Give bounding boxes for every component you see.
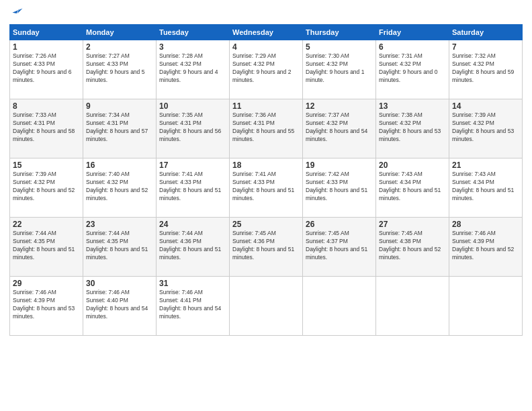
day-info: Sunrise: 7:42 AM Sunset: 4:33 PM Dayligh… xyxy=(306,171,373,203)
day-info: Sunrise: 7:44 AM Sunset: 4:36 PM Dayligh… xyxy=(159,230,226,262)
day-cell: 26 Sunrise: 7:45 AM Sunset: 4:37 PM Dayl… xyxy=(303,218,376,277)
day-number: 23 xyxy=(86,220,153,229)
header xyxy=(9,7,523,20)
day-number: 31 xyxy=(159,279,226,288)
day-number: 25 xyxy=(232,220,300,229)
day-number: 27 xyxy=(379,220,446,229)
day-info: Sunrise: 7:41 AM Sunset: 4:33 PM Dayligh… xyxy=(232,171,300,203)
day-number: 30 xyxy=(86,279,153,288)
col-header-wednesday: Wednesday xyxy=(230,25,303,40)
day-number: 18 xyxy=(232,161,300,170)
day-cell: 30 Sunrise: 7:46 AM Sunset: 4:40 PM Dayl… xyxy=(83,277,157,336)
day-cell: 4 Sunrise: 7:29 AM Sunset: 4:32 PM Dayli… xyxy=(230,40,303,99)
day-info: Sunrise: 7:37 AM Sunset: 4:32 PM Dayligh… xyxy=(306,111,373,144)
day-number: 28 xyxy=(452,220,519,229)
col-header-sunday: Sunday xyxy=(10,25,83,40)
col-header-saturday: Saturday xyxy=(449,25,523,40)
day-cell xyxy=(303,277,376,336)
day-number: 12 xyxy=(306,101,373,111)
day-number: 24 xyxy=(159,220,226,229)
day-info: Sunrise: 7:46 AM Sunset: 4:41 PM Dayligh… xyxy=(159,289,226,321)
day-cell: 23 Sunrise: 7:44 AM Sunset: 4:35 PM Dayl… xyxy=(83,218,157,277)
day-cell: 27 Sunrise: 7:45 AM Sunset: 4:38 PM Dayl… xyxy=(376,218,449,277)
col-header-friday: Friday xyxy=(376,25,449,40)
day-info: Sunrise: 7:45 AM Sunset: 4:36 PM Dayligh… xyxy=(232,230,300,262)
day-cell: 9 Sunrise: 7:34 AM Sunset: 4:31 PM Dayli… xyxy=(83,99,157,158)
logo xyxy=(9,7,26,20)
week-row-2: 8 Sunrise: 7:33 AM Sunset: 4:31 PM Dayli… xyxy=(10,99,523,158)
logo-bird-icon xyxy=(11,7,24,20)
day-cell: 5 Sunrise: 7:30 AM Sunset: 4:32 PM Dayli… xyxy=(303,40,376,99)
day-number: 22 xyxy=(13,220,80,229)
day-number: 4 xyxy=(232,42,300,52)
week-row-3: 15 Sunrise: 7:39 AM Sunset: 4:32 PM Dayl… xyxy=(10,158,523,218)
day-cell: 10 Sunrise: 7:35 AM Sunset: 4:31 PM Dayl… xyxy=(157,99,230,158)
day-info: Sunrise: 7:45 AM Sunset: 4:37 PM Dayligh… xyxy=(306,230,373,262)
day-cell: 1 Sunrise: 7:26 AM Sunset: 4:33 PM Dayli… xyxy=(10,40,83,99)
day-number: 9 xyxy=(86,101,153,111)
day-info: Sunrise: 7:46 AM Sunset: 4:39 PM Dayligh… xyxy=(13,289,80,321)
day-cell: 17 Sunrise: 7:41 AM Sunset: 4:33 PM Dayl… xyxy=(157,158,230,218)
day-number: 8 xyxy=(13,101,80,111)
day-cell: 29 Sunrise: 7:46 AM Sunset: 4:39 PM Dayl… xyxy=(10,277,83,336)
day-number: 21 xyxy=(452,161,519,170)
day-info: Sunrise: 7:33 AM Sunset: 4:31 PM Dayligh… xyxy=(13,111,80,144)
day-cell: 8 Sunrise: 7:33 AM Sunset: 4:31 PM Dayli… xyxy=(10,99,83,158)
day-number: 1 xyxy=(13,42,80,52)
day-info: Sunrise: 7:44 AM Sunset: 4:35 PM Dayligh… xyxy=(86,230,153,262)
day-info: Sunrise: 7:34 AM Sunset: 4:31 PM Dayligh… xyxy=(86,111,153,144)
week-row-5: 29 Sunrise: 7:46 AM Sunset: 4:39 PM Dayl… xyxy=(10,277,523,336)
day-cell: 31 Sunrise: 7:46 AM Sunset: 4:41 PM Dayl… xyxy=(157,277,230,336)
page: SundayMondayTuesdayWednesdayThursdayFrid… xyxy=(0,0,532,411)
day-info: Sunrise: 7:43 AM Sunset: 4:34 PM Dayligh… xyxy=(452,171,519,203)
col-header-tuesday: Tuesday xyxy=(157,25,230,40)
day-cell: 11 Sunrise: 7:36 AM Sunset: 4:31 PM Dayl… xyxy=(230,99,303,158)
day-info: Sunrise: 7:39 AM Sunset: 4:32 PM Dayligh… xyxy=(452,111,519,144)
day-cell xyxy=(449,277,523,336)
day-info: Sunrise: 7:38 AM Sunset: 4:32 PM Dayligh… xyxy=(379,111,446,144)
day-number: 13 xyxy=(379,101,446,111)
col-header-thursday: Thursday xyxy=(303,25,376,40)
day-info: Sunrise: 7:41 AM Sunset: 4:33 PM Dayligh… xyxy=(159,171,226,203)
day-number: 5 xyxy=(306,42,373,52)
day-number: 3 xyxy=(159,42,226,52)
day-number: 26 xyxy=(306,220,373,229)
day-cell: 16 Sunrise: 7:40 AM Sunset: 4:32 PM Dayl… xyxy=(83,158,157,218)
day-cell: 3 Sunrise: 7:28 AM Sunset: 4:32 PM Dayli… xyxy=(157,40,230,99)
day-cell: 22 Sunrise: 7:44 AM Sunset: 4:35 PM Dayl… xyxy=(10,218,83,277)
day-cell: 21 Sunrise: 7:43 AM Sunset: 4:34 PM Dayl… xyxy=(449,158,523,218)
day-number: 20 xyxy=(379,161,446,170)
day-cell: 14 Sunrise: 7:39 AM Sunset: 4:32 PM Dayl… xyxy=(449,99,523,158)
day-info: Sunrise: 7:39 AM Sunset: 4:32 PM Dayligh… xyxy=(13,171,80,203)
day-info: Sunrise: 7:36 AM Sunset: 4:31 PM Dayligh… xyxy=(232,111,300,144)
day-number: 11 xyxy=(232,101,300,111)
day-cell: 28 Sunrise: 7:46 AM Sunset: 4:39 PM Dayl… xyxy=(449,218,523,277)
day-cell xyxy=(230,277,303,336)
day-cell: 18 Sunrise: 7:41 AM Sunset: 4:33 PM Dayl… xyxy=(230,158,303,218)
day-info: Sunrise: 7:46 AM Sunset: 4:40 PM Dayligh… xyxy=(86,289,153,321)
day-number: 14 xyxy=(452,101,519,111)
day-info: Sunrise: 7:35 AM Sunset: 4:31 PM Dayligh… xyxy=(159,111,226,144)
day-number: 17 xyxy=(159,161,226,170)
day-info: Sunrise: 7:43 AM Sunset: 4:34 PM Dayligh… xyxy=(379,171,446,203)
day-info: Sunrise: 7:40 AM Sunset: 4:32 PM Dayligh… xyxy=(86,171,153,203)
day-cell: 20 Sunrise: 7:43 AM Sunset: 4:34 PM Dayl… xyxy=(376,158,449,218)
day-info: Sunrise: 7:44 AM Sunset: 4:35 PM Dayligh… xyxy=(13,230,80,262)
day-cell: 15 Sunrise: 7:39 AM Sunset: 4:32 PM Dayl… xyxy=(10,158,83,218)
week-row-4: 22 Sunrise: 7:44 AM Sunset: 4:35 PM Dayl… xyxy=(10,218,523,277)
day-cell: 12 Sunrise: 7:37 AM Sunset: 4:32 PM Dayl… xyxy=(303,99,376,158)
day-cell: 25 Sunrise: 7:45 AM Sunset: 4:36 PM Dayl… xyxy=(230,218,303,277)
logo-area xyxy=(9,7,26,20)
day-info: Sunrise: 7:45 AM Sunset: 4:38 PM Dayligh… xyxy=(379,230,446,262)
day-number: 16 xyxy=(86,161,153,170)
day-info: Sunrise: 7:30 AM Sunset: 4:32 PM Dayligh… xyxy=(306,52,373,85)
day-cell: 6 Sunrise: 7:31 AM Sunset: 4:32 PM Dayli… xyxy=(376,40,449,99)
day-number: 6 xyxy=(379,42,446,52)
day-number: 29 xyxy=(13,279,80,288)
day-info: Sunrise: 7:31 AM Sunset: 4:32 PM Dayligh… xyxy=(379,52,446,85)
calendar-table: SundayMondayTuesdayWednesdayThursdayFrid… xyxy=(9,24,523,336)
day-info: Sunrise: 7:27 AM Sunset: 4:33 PM Dayligh… xyxy=(86,52,153,85)
day-number: 10 xyxy=(159,101,226,111)
day-cell xyxy=(376,277,449,336)
day-cell: 2 Sunrise: 7:27 AM Sunset: 4:33 PM Dayli… xyxy=(83,40,157,99)
